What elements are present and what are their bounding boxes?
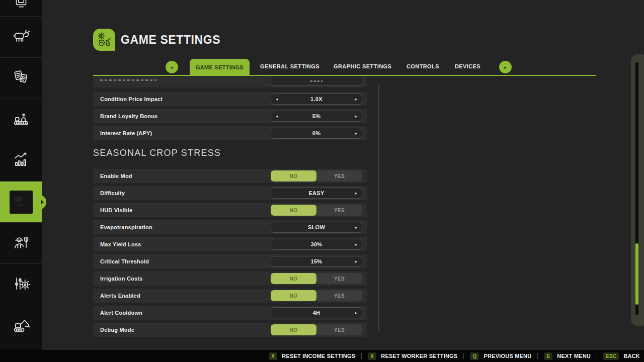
selector-value: 0% (312, 130, 321, 136)
key-badge-x-0: X (269, 352, 277, 360)
setting-row-condition-price-impact: Condition Price Impact◂1.0X▸ (93, 92, 367, 106)
shortcut-next-menu[interactable]: NEXT MENU (557, 353, 591, 359)
toggle-option-no[interactable]: NO (271, 290, 316, 301)
setting-row-difficulty: DifficultyEASY▸ (93, 186, 367, 200)
increase-arrow-icon[interactable]: ▸ (355, 310, 357, 315)
selector-alert-cooldown[interactable]: 4H▸ (271, 307, 362, 318)
selector-value: 4H (313, 310, 320, 316)
shortcut-separator (463, 353, 464, 359)
toggle-option-no[interactable]: NO (271, 205, 316, 216)
excavator-icon (11, 315, 31, 337)
setting-label: Evapotranspiration (100, 220, 152, 234)
increase-arrow-icon[interactable]: ▸ (355, 114, 357, 119)
toggle-option-no[interactable]: NO (271, 324, 316, 335)
farmer-icon (11, 232, 31, 254)
key-badge-q-2: Q (470, 352, 479, 360)
setting-label: Difficulty (100, 186, 125, 200)
tab-controls[interactable]: CONTROLS (407, 63, 439, 69)
shortcut-previous-menu[interactable]: PREVIOUS MENU (484, 353, 531, 359)
setting-label: Enable Mod (100, 169, 132, 183)
setting-label: HUD Visible (100, 203, 132, 217)
toggle-option-yes[interactable]: YES (316, 205, 362, 216)
selector-value: 5% (312, 113, 321, 119)
setting-row-max-yield-loss: Max Yield Loss30%▸ (93, 237, 367, 251)
shortcut-reset-income-settings[interactable]: RESET INCOME SETTINGS (282, 353, 355, 359)
tab-general-settings[interactable]: GENERAL SETTINGS (260, 63, 319, 69)
setting-row-critical-threshold: Critical Threshold15%▸ (93, 254, 367, 268)
key-badge-esc-4: ESC (603, 352, 619, 360)
sidebar-item-workers[interactable] (0, 223, 42, 264)
clipped-selector[interactable] (271, 76, 362, 86)
selector-max-yield-loss[interactable]: 30%▸ (271, 239, 362, 250)
selector-interest-rate-apy[interactable]: 0%▸ (271, 128, 362, 139)
toggle-option-no[interactable]: NO (271, 170, 316, 182)
shortcut-reset-worker-settings[interactable]: RESET WORKER SETTINGS (381, 353, 457, 359)
page-scrollbar (631, 54, 644, 326)
tractor-gear-icon (93, 29, 115, 51)
sidebar-item-mod-settings[interactable] (0, 182, 42, 223)
increase-arrow-icon[interactable]: ▸ (355, 225, 357, 230)
sidebar-item-contracts[interactable] (0, 58, 42, 99)
key-badge-e-3: E (544, 352, 552, 360)
toggle-enable-mod: NOYES (271, 170, 362, 182)
shortcut-separator (537, 353, 538, 359)
shortcut-bar: XRESET INCOME SETTINGSXRESET WORKER SETT… (0, 350, 644, 362)
page-scrollbar-thumb[interactable] (635, 243, 638, 305)
settings-group-seasonal-crop-stress: Enable ModNOYESDifficultyEASY▸HUD Visibl… (93, 169, 367, 340)
toggle-option-yes[interactable]: YES (316, 170, 362, 182)
selector-value: EASY (308, 190, 324, 196)
decrease-arrow-icon[interactable]: ◂ (276, 97, 278, 102)
toggle-hud-visible: NOYES (271, 205, 362, 216)
selector-critical-threshold[interactable]: 15%▸ (271, 256, 362, 267)
sidebar-item-top[interactable] (0, 0, 42, 17)
shortcut-separator (597, 353, 597, 359)
tabs-next-button[interactable]: ▸ (499, 61, 512, 73)
increase-arrow-icon[interactable]: ▸ (355, 191, 357, 196)
decrease-arrow-icon[interactable]: ◂ (276, 114, 278, 119)
tab-devices[interactable]: DEVICES (455, 63, 480, 69)
toggle-alerts-enabled: NOYES (271, 290, 362, 301)
setting-label: Alert Cooldown (100, 306, 142, 320)
toggle-option-yes[interactable]: YES (316, 290, 362, 301)
selector-condition-price-impact[interactable]: ◂1.0X▸ (271, 94, 362, 105)
tabs-prev-button[interactable]: ◂ (166, 61, 178, 73)
increase-arrow-icon[interactable]: ▸ (355, 97, 357, 102)
increase-arrow-icon[interactable]: ▸ (355, 131, 357, 136)
key-badge-x-1: X (368, 352, 376, 360)
selector-difficulty[interactable]: EASY▸ (271, 188, 362, 199)
toggle-option-yes[interactable]: YES (316, 324, 362, 335)
setting-row-debug-mode: Debug ModeNOYES (93, 323, 367, 337)
selector-brand-loyalty-bonus[interactable]: ◂5%▸ (271, 111, 362, 122)
tab-graphic-settings[interactable]: GRAPHIC SETTINGS (334, 63, 391, 69)
production-icon (11, 109, 31, 131)
setting-row-enable-mod: Enable ModNOYES (93, 169, 367, 183)
setting-label: Debug Mode (100, 323, 134, 337)
content-scrollbar[interactable] (378, 84, 379, 331)
shortcut-back[interactable]: BACK (623, 353, 640, 359)
sidebar-item-construction[interactable] (0, 305, 42, 346)
toggle-option-no[interactable]: NO (271, 273, 316, 284)
setting-row-brand-loyalty-bonus: Brand Loyalty Bonus◂5%▸ (93, 109, 367, 123)
sidebar-item-animals[interactable] (0, 17, 42, 58)
toggle-option-yes[interactable]: YES (316, 273, 362, 284)
sidebar-item-statistics[interactable] (0, 140, 42, 182)
toggle-debug-mode: NOYES (271, 324, 362, 335)
active-item-arrow-icon (41, 200, 44, 204)
increase-arrow-icon[interactable]: ▸ (355, 259, 357, 264)
increase-arrow-icon[interactable]: ▸ (355, 242, 357, 247)
setting-row-hud-visible: HUD VisibleNOYES (93, 203, 367, 217)
sidebar-item-production[interactable] (0, 99, 42, 140)
page-scrollbar-track[interactable] (635, 62, 638, 315)
settings-group-economy: Condition Price Impact◂1.0X▸Brand Loyalt… (93, 92, 367, 143)
selector-value: 15% (311, 258, 323, 264)
selector-evapotranspiration[interactable]: SLOW▸ (271, 222, 362, 233)
setting-row-alert-cooldown: Alert Cooldown4H▸ (93, 306, 367, 320)
game-settings-screen: GAME SETTINGS ◂ GAME SETTINGSGENERAL SET… (0, 0, 644, 362)
shortcut-separator (361, 353, 362, 359)
tab-game-settings[interactable]: GAME SETTINGS (190, 59, 250, 76)
sidebar-item-game-settings[interactable] (0, 264, 42, 305)
page-title: GAME SETTINGS (121, 33, 220, 47)
setting-row-evapotranspiration: EvapotranspirationSLOW▸ (93, 220, 367, 234)
contracts-icon (11, 67, 31, 89)
setting-row-interest-rate-apy: Interest Rate (APY)0%▸ (93, 126, 367, 140)
